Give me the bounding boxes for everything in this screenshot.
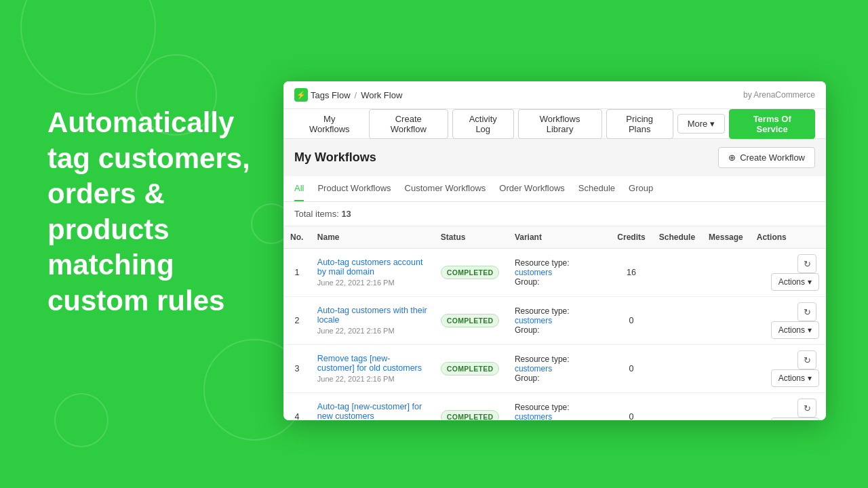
- create-workflow-button[interactable]: ⊕ Create Workflow: [718, 147, 815, 168]
- breadcrumb-app: Tags Flow: [311, 90, 351, 100]
- breadcrumb: ⚡ Tags Flow / Work Flow: [294, 88, 402, 102]
- total-count: 13: [341, 209, 351, 219]
- tab-activity-log[interactable]: Activity Log: [452, 109, 514, 139]
- col-header-name: Name: [311, 226, 434, 249]
- sub-tabs: All Product Workflows Customer Workflows…: [283, 176, 826, 202]
- table-row: 2 Auto-tag customers with their locale J…: [283, 297, 826, 345]
- cell-variant: Resource type: customers Group:: [508, 297, 610, 345]
- col-header-status: Status: [434, 226, 508, 249]
- chevron-down-icon: ▾: [808, 277, 812, 287]
- total-items: Total items: 13: [283, 202, 826, 226]
- table-area: Total items: 13 No. Name Status Variant …: [283, 202, 826, 420]
- cell-status: COMPLETED: [434, 345, 508, 393]
- status-badge: COMPLETED: [441, 314, 500, 327]
- workflow-name-link[interactable]: Auto-tag [new-customer] for new customer…: [317, 402, 427, 420]
- actions-dropdown-button[interactable]: Actions ▾: [771, 273, 819, 291]
- group-label: Group:: [515, 373, 540, 383]
- app-icon: ⚡: [294, 88, 308, 102]
- actions-label: Actions: [778, 325, 805, 335]
- sub-tab-group[interactable]: Group: [629, 176, 653, 201]
- workflow-name-link[interactable]: Remove tags [new-customer] for old custo…: [317, 354, 427, 373]
- workflow-name-link[interactable]: Auto-tag customers with their locale: [317, 306, 427, 325]
- sub-tab-schedule[interactable]: Schedule: [578, 176, 615, 201]
- cell-credits: 16: [610, 249, 652, 297]
- status-badge: COMPLETED: [441, 362, 500, 375]
- cell-variant: Resource type: customers Group:: [508, 345, 610, 393]
- status-badge: COMPLETED: [441, 266, 500, 279]
- cell-status: COMPLETED: [434, 393, 508, 421]
- tab-create-workflow[interactable]: Create Workflow: [369, 109, 448, 139]
- workflow-date: June 22, 2021 2:16 PM: [317, 327, 395, 335]
- sub-tab-order-workflows[interactable]: Order Workflows: [499, 176, 565, 201]
- sub-tab-product-workflows[interactable]: Product Workflows: [317, 176, 391, 201]
- cell-schedule: [652, 297, 702, 345]
- breadcrumb-page: Work Flow: [361, 90, 402, 100]
- actions-label: Actions: [778, 373, 805, 383]
- app-panel: ⚡ Tags Flow / Work Flow by ArenaCommerce…: [283, 81, 826, 420]
- resource-type-value[interactable]: customers: [515, 364, 552, 373]
- actions-dropdown-button[interactable]: Actions ▾: [771, 418, 819, 420]
- cell-message: [702, 345, 750, 393]
- resource-type-value[interactable]: customers: [515, 268, 552, 277]
- sub-tab-all[interactable]: All: [294, 176, 304, 201]
- tab-more[interactable]: More ▾: [677, 114, 726, 134]
- cell-credits: 0: [610, 393, 652, 421]
- page-title: My Workflows: [294, 150, 376, 165]
- status-badge: COMPLETED: [441, 410, 500, 420]
- plus-icon: ⊕: [728, 152, 736, 163]
- cell-name: Auto-tag [new-customer] for new customer…: [311, 393, 434, 421]
- actions-dropdown-button[interactable]: Actions ▾: [771, 369, 819, 387]
- cell-schedule: [652, 249, 702, 297]
- cell-no: 3: [283, 345, 311, 393]
- cell-schedule: [652, 393, 702, 421]
- by-arena-label: by ArenaCommerce: [743, 90, 815, 100]
- actions-dropdown-button[interactable]: Actions ▾: [771, 321, 819, 339]
- resource-type-label: Resource type:: [515, 306, 570, 316]
- cell-no: 4: [283, 393, 311, 421]
- resource-type-label: Resource type:: [515, 258, 570, 268]
- hero-text: Automatically tag customers, orders & pr…: [47, 105, 271, 319]
- resource-type-label: Resource type:: [515, 354, 570, 364]
- tab-my-workflows[interactable]: My Workflows: [294, 109, 365, 139]
- nav-tabs: My Workflows Create Workflow Activity Lo…: [283, 109, 826, 139]
- workflow-date: June 22, 2021 2:16 PM: [317, 375, 395, 383]
- repeat-button[interactable]: ↻: [797, 399, 816, 418]
- col-header-actions: Actions: [750, 226, 826, 249]
- cell-actions: ↻ Actions ▾: [750, 345, 826, 393]
- cell-schedule: [652, 345, 702, 393]
- cell-actions: ↻ Actions ▾: [750, 297, 826, 345]
- group-label: Group:: [515, 325, 540, 335]
- repeat-button[interactable]: ↻: [797, 302, 816, 321]
- actions-label: Actions: [778, 277, 805, 287]
- workflow-name-link[interactable]: Auto-tag customers account by mail domai…: [317, 258, 427, 277]
- sub-tab-customer-workflows[interactable]: Customer Workflows: [405, 176, 486, 201]
- table-header-row: No. Name Status Variant Credits Schedule…: [283, 226, 826, 249]
- chevron-down-icon: ▾: [808, 373, 812, 383]
- tab-terms-of-service[interactable]: Terms Of Service: [729, 109, 815, 139]
- cell-message: [702, 393, 750, 421]
- cell-name: Remove tags [new-customer] for old custo…: [311, 345, 434, 393]
- col-header-variant: Variant: [508, 226, 610, 249]
- page-header: My Workflows ⊕ Create Workflow: [283, 139, 826, 176]
- repeat-button[interactable]: ↻: [797, 350, 816, 369]
- col-header-credits: Credits: [610, 226, 652, 249]
- col-header-message: Message: [702, 226, 750, 249]
- col-header-schedule: Schedule: [652, 226, 702, 249]
- table-row: 1 Auto-tag customers account by mail dom…: [283, 249, 826, 297]
- cell-variant: Resource type: customers Group:: [508, 249, 610, 297]
- tab-pricing-plans[interactable]: Pricing Plans: [606, 109, 673, 139]
- cell-name: Auto-tag customers account by mail domai…: [311, 249, 434, 297]
- cell-credits: 0: [610, 297, 652, 345]
- resource-type-value[interactable]: customers: [515, 316, 552, 325]
- breadcrumb-separator: /: [355, 90, 357, 100]
- chevron-down-icon: ▾: [710, 119, 715, 129]
- cell-credits: 0: [610, 345, 652, 393]
- cell-actions: ↻ Actions ▾: [750, 249, 826, 297]
- cell-variant: Resource type: customers Group:: [508, 393, 610, 421]
- repeat-button[interactable]: ↻: [797, 254, 816, 273]
- tab-workflows-library[interactable]: Workflows Library: [518, 109, 602, 139]
- chevron-down-icon: ▾: [808, 325, 812, 335]
- col-header-no: No.: [283, 226, 311, 249]
- cell-no: 2: [283, 297, 311, 345]
- resource-type-value[interactable]: customers: [515, 412, 552, 420]
